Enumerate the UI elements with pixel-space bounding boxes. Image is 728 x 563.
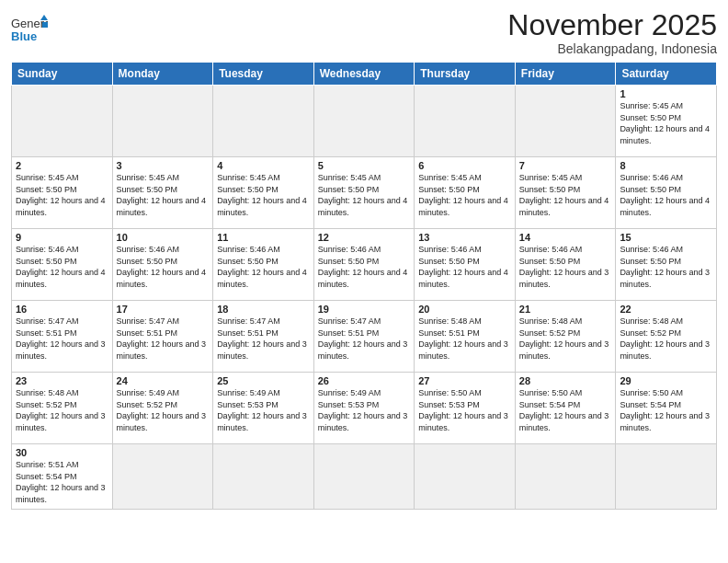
day-empty-12 [616, 444, 717, 509]
day-29: 29 Sunrise: 5:50 AMSunset: 5:54 PMDaylig… [616, 373, 717, 444]
day-empty-1 [12, 86, 113, 157]
day-empty-10 [415, 444, 516, 509]
header-thursday: Thursday [415, 63, 516, 86]
day-empty-8 [213, 444, 314, 509]
header-wednesday: Wednesday [313, 63, 415, 86]
day-empty-3 [213, 86, 314, 157]
week-row-5: 23 Sunrise: 5:48 AMSunset: 5:52 PMDaylig… [12, 373, 717, 444]
day-30: 30 Sunrise: 5:51 AMSunset: 5:54 PMDaylig… [12, 444, 113, 509]
day-4: 4 Sunrise: 5:45 AMSunset: 5:50 PMDayligh… [213, 157, 314, 229]
week-row-4: 16 Sunrise: 5:47 AMSunset: 5:51 PMDaylig… [12, 301, 717, 373]
day-8: 8 Sunrise: 5:46 AMSunset: 5:50 PMDayligh… [616, 157, 717, 229]
day-25: 25 Sunrise: 5:49 AMSunset: 5:53 PMDaylig… [213, 373, 314, 444]
day-20: 20 Sunrise: 5:48 AMSunset: 5:51 PMDaylig… [415, 301, 516, 373]
week-row-3: 9 Sunrise: 5:46 AMSunset: 5:50 PMDayligh… [12, 229, 717, 301]
day-9: 9 Sunrise: 5:46 AMSunset: 5:50 PMDayligh… [12, 229, 113, 301]
day-19: 19 Sunrise: 5:47 AMSunset: 5:51 PMDaylig… [313, 301, 415, 373]
day-7: 7 Sunrise: 5:45 AMSunset: 5:50 PMDayligh… [515, 157, 616, 229]
week-row-1: 1 Sunrise: 5:45 AMSunset: 5:50 PMDayligh… [12, 86, 717, 157]
title-area: November 2025 Belakangpadang, Indonesia [507, 9, 717, 56]
day-1: 1 Sunrise: 5:45 AMSunset: 5:50 PMDayligh… [616, 86, 717, 157]
header-friday: Friday [515, 63, 616, 86]
day-empty-4 [313, 86, 415, 157]
day-11: 11 Sunrise: 5:46 AMSunset: 5:50 PMDaylig… [213, 229, 314, 301]
day-empty-11 [515, 444, 616, 509]
header-saturday: Saturday [616, 63, 717, 86]
day-24: 24 Sunrise: 5:49 AMSunset: 5:52 PMDaylig… [112, 373, 213, 444]
day-3: 3 Sunrise: 5:45 AMSunset: 5:50 PMDayligh… [112, 157, 213, 229]
day-23: 23 Sunrise: 5:48 AMSunset: 5:52 PMDaylig… [12, 373, 113, 444]
day-17: 17 Sunrise: 5:47 AMSunset: 5:51 PMDaylig… [112, 301, 213, 373]
calendar: Sunday Monday Tuesday Wednesday Thursday… [11, 62, 717, 509]
day-6: 6 Sunrise: 5:45 AMSunset: 5:50 PMDayligh… [415, 157, 516, 229]
week-row-2: 2 Sunrise: 5:45 AMSunset: 5:50 PMDayligh… [12, 157, 717, 229]
day-12: 12 Sunrise: 5:46 AMSunset: 5:50 PMDaylig… [313, 229, 415, 301]
day-empty-6 [515, 86, 616, 157]
page: General Blue November 2025 Belakangpadan… [0, 0, 728, 563]
header-monday: Monday [112, 63, 213, 86]
day-16: 16 Sunrise: 5:47 AMSunset: 5:51 PMDaylig… [12, 301, 113, 373]
day-10: 10 Sunrise: 5:46 AMSunset: 5:50 PMDaylig… [112, 229, 213, 301]
day-21: 21 Sunrise: 5:48 AMSunset: 5:52 PMDaylig… [515, 301, 616, 373]
day-empty-9 [313, 444, 415, 509]
day-empty-7 [112, 444, 213, 509]
day-28: 28 Sunrise: 5:50 AMSunset: 5:54 PMDaylig… [515, 373, 616, 444]
day-26: 26 Sunrise: 5:49 AMSunset: 5:53 PMDaylig… [313, 373, 415, 444]
day-14: 14 Sunrise: 5:46 AMSunset: 5:50 PMDaylig… [515, 229, 616, 301]
day-27: 27 Sunrise: 5:50 AMSunset: 5:53 PMDaylig… [415, 373, 516, 444]
logo-icon: General Blue [11, 13, 48, 46]
day-2: 2 Sunrise: 5:45 AMSunset: 5:50 PMDayligh… [12, 157, 113, 229]
svg-marker-3 [42, 22, 48, 28]
location: Belakangpadang, Indonesia [507, 41, 717, 56]
day-22: 22 Sunrise: 5:48 AMSunset: 5:52 PMDaylig… [616, 301, 717, 373]
week-row-6: 30 Sunrise: 5:51 AMSunset: 5:54 PMDaylig… [12, 444, 717, 509]
header-tuesday: Tuesday [213, 63, 314, 86]
day-empty-5 [415, 86, 516, 157]
day-18: 18 Sunrise: 5:47 AMSunset: 5:51 PMDaylig… [213, 301, 314, 373]
logo: General Blue [11, 9, 48, 46]
day-13: 13 Sunrise: 5:46 AMSunset: 5:50 PMDaylig… [415, 229, 516, 301]
day-15: 15 Sunrise: 5:46 AMSunset: 5:50 PMDaylig… [616, 229, 717, 301]
header-sunday: Sunday [12, 63, 113, 86]
header: General Blue November 2025 Belakangpadan… [11, 9, 717, 56]
day-5: 5 Sunrise: 5:45 AMSunset: 5:50 PMDayligh… [313, 157, 415, 229]
weekday-header-row: Sunday Monday Tuesday Wednesday Thursday… [12, 63, 717, 86]
svg-text:Blue: Blue [11, 29, 37, 43]
month-title: November 2025 [507, 9, 717, 41]
day-empty-2 [112, 86, 213, 157]
